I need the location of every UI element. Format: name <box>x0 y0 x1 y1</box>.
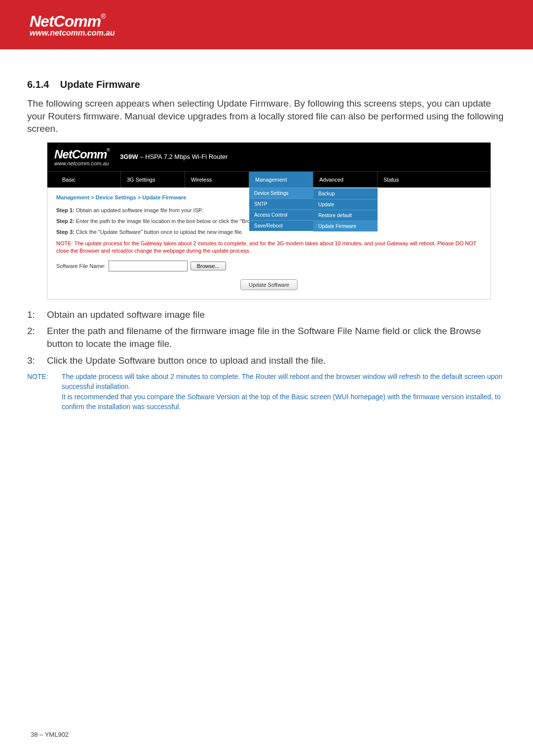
tab-advanced-label: Advanced <box>319 177 343 183</box>
device-settings-submenu: Backup Update Restore default Update Fir… <box>313 188 378 231</box>
router-ui-screenshot: NetComm® www.netcomm.com.au 3G9W – HSPA … <box>47 142 491 300</box>
router-tab-bar: Basic 3G Settings Wireless Management De… <box>47 171 491 188</box>
brand-logo-block: NetComm® www.netcomm.com.au <box>30 12 115 38</box>
list-text: Obtain an updated software image file <box>47 308 205 321</box>
tab-3g-settings[interactable]: 3G Settings <box>120 172 185 188</box>
step-3-label: Step 3: <box>56 229 75 235</box>
router-model: 3G9W <box>120 153 138 160</box>
note-line-1: The update process will take about 2 min… <box>62 372 506 392</box>
submenu-update-firmware[interactable]: Update Firmware <box>313 221 378 231</box>
update-software-button[interactable]: Update Software <box>240 279 298 290</box>
intro-paragraph: The following screen appears when select… <box>27 97 506 135</box>
menu-device-settings-label: Device Settings <box>254 190 288 196</box>
router-model-sep: – <box>138 153 145 160</box>
brand-logo-text: NetComm <box>30 12 101 30</box>
submenu-restore-label: Restore default <box>318 213 352 218</box>
tab-advanced[interactable]: Advanced <box>313 172 377 188</box>
menu-access-control-label: Access Control <box>254 212 287 218</box>
instruction-list: 1:Obtain an updated software image file … <box>27 308 506 367</box>
step-1-label: Step 1: <box>56 207 75 213</box>
page-footer: 38 – YML902 <box>31 731 69 738</box>
list-number: 1: <box>27 308 37 321</box>
submenu-backup[interactable]: Backup <box>313 188 378 199</box>
tab-wireless[interactable]: Wireless <box>185 172 249 188</box>
note-line-2: It is recommended that you compare the S… <box>62 392 506 412</box>
list-number: 3: <box>27 354 37 367</box>
note-label: NOTE: <box>27 372 55 412</box>
file-label: Software File Name: <box>56 263 106 269</box>
management-dropdown: Device Settings Backup Update Restore de… <box>249 188 313 231</box>
router-header: NetComm® www.netcomm.com.au 3G9W – HSPA … <box>47 143 491 171</box>
step-2-label: Step 2: <box>56 218 75 224</box>
software-file-input[interactable] <box>109 261 188 271</box>
brand-url: www.netcomm.com.au <box>30 29 115 38</box>
submenu-restore-default[interactable]: Restore default <box>313 210 378 221</box>
tab-status-label: Status <box>383 177 399 183</box>
browse-button[interactable]: Browse... <box>190 262 226 270</box>
section-title: Update Firmware <box>60 79 140 90</box>
submenu-update[interactable]: Update <box>313 199 378 210</box>
tab-basic[interactable]: Basic <box>56 172 120 188</box>
registered-icon: ® <box>101 12 106 20</box>
list-number: 2: <box>27 325 37 350</box>
tab-management[interactable]: Management Device Settings Backup Update… <box>249 172 313 188</box>
list-item: 3:Click the Update Software button once … <box>27 354 506 367</box>
router-model-desc: HSPA 7.2 Mbps Wi-Fi Router <box>145 153 228 160</box>
page-note: NOTE: The update process will take about… <box>27 372 506 412</box>
list-item: 2:Enter the path and filename of the fir… <box>27 325 506 350</box>
tab-wireless-label: Wireless <box>191 177 212 183</box>
section-number: 6.1.4 <box>27 79 49 90</box>
list-text: Enter the path and filename of the firmw… <box>47 325 506 350</box>
router-model-title: 3G9W – HSPA 7.2 Mbps Wi-Fi Router <box>120 153 228 160</box>
menu-access-control[interactable]: Access Control <box>249 209 313 220</box>
router-logo-url: www.netcomm.com.au <box>54 160 110 166</box>
step-3-text: Click the "Update Software" button once … <box>75 229 243 235</box>
router-warning-note: NOTE: The update process for the Gateway… <box>56 240 482 255</box>
browse-button-label: Browse... <box>197 263 220 269</box>
menu-save-reboot-label: Save/Reboot <box>254 223 283 228</box>
step-1-text: Obtain an updated software image file fr… <box>75 207 203 213</box>
submenu-update-label: Update <box>318 202 334 207</box>
list-text: Click the Update Software button once to… <box>47 354 326 367</box>
submenu-backup-label: Backup <box>318 191 335 196</box>
submenu-update-firmware-label: Update Firmware <box>318 224 356 229</box>
tab-management-label: Management <box>255 177 287 183</box>
file-row: Software File Name: Browse... <box>56 261 482 271</box>
registered-icon: ® <box>107 148 110 152</box>
section-heading: 6.1.4 Update Firmware <box>27 79 506 90</box>
menu-sntp-label: SNTP <box>254 201 267 207</box>
router-logo-text: NetComm <box>54 148 107 161</box>
menu-device-settings[interactable]: Device Settings Backup Update Restore de… <box>249 188 313 198</box>
note-body: The update process will take about 2 min… <box>62 372 506 412</box>
menu-save-reboot[interactable]: Save/Reboot <box>249 220 313 231</box>
tab-basic-label: Basic <box>62 177 76 183</box>
update-software-label: Update Software <box>249 282 289 288</box>
menu-sntp[interactable]: SNTP <box>249 198 313 209</box>
tab-status[interactable]: Status <box>377 172 441 188</box>
tab-3g-label: 3G Settings <box>127 177 155 183</box>
brand-header: NetComm® www.netcomm.com.au <box>0 0 533 49</box>
router-logo-block: NetComm® www.netcomm.com.au <box>54 148 110 166</box>
list-item: 1:Obtain an updated software image file <box>27 308 506 321</box>
